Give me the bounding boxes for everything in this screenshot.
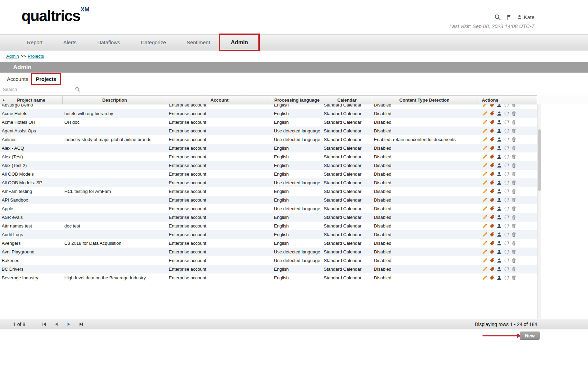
user-icon[interactable] (496, 197, 502, 203)
edit-pencil-icon[interactable] (482, 119, 488, 125)
tag-icon[interactable] (489, 180, 495, 186)
edit-pencil-icon[interactable] (482, 258, 488, 263)
reprocess-icon[interactable] (504, 128, 509, 134)
tag-icon[interactable] (489, 145, 495, 151)
edit-pencil-icon[interactable] (482, 111, 488, 117)
tag-icon[interactable] (489, 258, 495, 263)
edit-pencil-icon[interactable] (482, 180, 488, 186)
tag-icon[interactable] (489, 197, 495, 203)
edit-pencil-icon[interactable] (482, 154, 488, 160)
next-page-button[interactable] (66, 322, 72, 327)
reprocess-icon[interactable] (504, 197, 509, 203)
delete-trash-icon[interactable] (511, 197, 517, 203)
last-page-button[interactable] (79, 322, 84, 327)
search-magnifier-icon[interactable] (75, 86, 80, 93)
tag-icon[interactable] (489, 119, 495, 125)
delete-trash-icon[interactable] (511, 232, 517, 238)
user-icon[interactable] (496, 206, 502, 212)
edit-pencil-icon[interactable] (482, 232, 488, 238)
user-icon[interactable] (496, 171, 502, 177)
edit-pencil-icon[interactable] (482, 240, 488, 246)
tag-icon[interactable] (489, 214, 495, 220)
delete-trash-icon[interactable] (511, 154, 517, 160)
edit-pencil-icon[interactable] (482, 223, 488, 229)
delete-trash-icon[interactable] (511, 223, 517, 229)
tag-icon[interactable] (489, 206, 495, 212)
reprocess-icon[interactable] (504, 104, 509, 108)
sort-ascending-icon[interactable]: ▲ (2, 96, 5, 104)
nav-item-categorize[interactable]: Categorize (130, 34, 176, 50)
reprocess-icon[interactable] (504, 266, 509, 272)
edit-pencil-icon[interactable] (482, 128, 488, 134)
tag-icon[interactable] (489, 162, 495, 168)
prev-page-button[interactable] (54, 322, 59, 327)
column-header-account[interactable]: Account (167, 96, 272, 104)
user-icon[interactable] (496, 275, 502, 281)
delete-trash-icon[interactable] (511, 111, 517, 117)
user-icon[interactable] (496, 104, 502, 108)
breadcrumb-admin-link[interactable]: Admin (6, 54, 19, 59)
user-icon[interactable] (496, 154, 502, 160)
search-input[interactable] (1, 86, 81, 93)
tag-icon[interactable] (489, 275, 495, 281)
delete-trash-icon[interactable] (511, 275, 517, 281)
tag-icon[interactable] (489, 240, 495, 246)
tab-projects[interactable]: Projects (33, 74, 60, 84)
tab-accounts[interactable]: Accounts (3, 74, 32, 84)
column-header-project-name[interactable]: ▲Project name (0, 96, 63, 104)
reprocess-icon[interactable] (504, 171, 509, 177)
edit-pencil-icon[interactable] (482, 266, 488, 272)
edit-pencil-icon[interactable] (482, 145, 488, 151)
tag-icon[interactable] (489, 171, 495, 177)
user-icon[interactable] (496, 214, 502, 220)
delete-trash-icon[interactable] (511, 266, 517, 272)
reprocess-icon[interactable] (504, 154, 509, 160)
column-header-actions[interactable]: Actions (477, 96, 537, 104)
delete-trash-icon[interactable] (511, 180, 517, 186)
nav-item-report[interactable]: Report (17, 34, 53, 50)
reprocess-icon[interactable] (504, 249, 509, 255)
delete-trash-icon[interactable] (511, 145, 517, 151)
edit-pencil-icon[interactable] (482, 104, 488, 108)
reprocess-icon[interactable] (504, 111, 509, 117)
search-icon[interactable] (494, 14, 501, 20)
user-icon[interactable] (496, 119, 502, 125)
reprocess-icon[interactable] (504, 258, 509, 263)
nav-item-dataflows[interactable]: Dataflows (87, 34, 130, 50)
reprocess-icon[interactable] (504, 145, 509, 151)
nav-item-alerts[interactable]: Alerts (53, 34, 87, 50)
edit-pencil-icon[interactable] (482, 197, 488, 203)
reprocess-icon[interactable] (504, 223, 509, 229)
tag-icon[interactable] (489, 188, 495, 194)
nav-item-sentiment[interactable]: Sentiment (176, 34, 221, 50)
reprocess-icon[interactable] (504, 240, 509, 246)
delete-trash-icon[interactable] (511, 258, 517, 263)
first-page-button[interactable] (41, 322, 47, 327)
nav-item-admin[interactable]: Admin (220, 34, 258, 50)
column-header-description[interactable]: Description (63, 96, 167, 104)
vertical-scrollbar[interactable] (537, 104, 541, 319)
reprocess-icon[interactable] (504, 206, 509, 212)
user-icon[interactable] (496, 240, 502, 246)
user-icon[interactable] (496, 188, 502, 194)
delete-trash-icon[interactable] (511, 104, 517, 108)
user-icon[interactable] (496, 223, 502, 229)
user-icon[interactable] (496, 180, 502, 186)
delete-trash-icon[interactable] (511, 249, 517, 255)
user-icon[interactable] (496, 128, 502, 134)
column-header-calendar[interactable]: Calendar (322, 96, 372, 104)
user-icon[interactable] (496, 232, 502, 238)
user-icon[interactable] (496, 111, 502, 117)
delete-trash-icon[interactable] (511, 119, 517, 125)
edit-pencil-icon[interactable] (482, 162, 488, 168)
delete-trash-icon[interactable] (511, 137, 517, 142)
delete-trash-icon[interactable] (511, 240, 517, 246)
user-icon[interactable] (496, 137, 502, 142)
reprocess-icon[interactable] (504, 275, 509, 281)
edit-pencil-icon[interactable] (482, 249, 488, 255)
edit-pencil-icon[interactable] (482, 214, 488, 220)
tag-icon[interactable] (489, 223, 495, 229)
column-header-processing-language[interactable]: Processing language (272, 96, 322, 104)
user-icon[interactable] (496, 258, 502, 263)
reprocess-icon[interactable] (504, 232, 509, 238)
